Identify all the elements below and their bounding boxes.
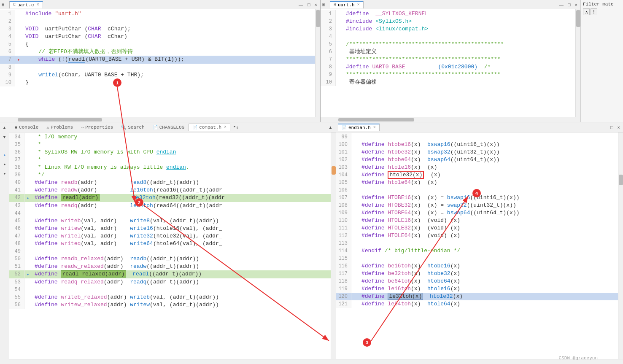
compat-line-36: 36 * SylixOS RW I/O memory is with CPU e… bbox=[9, 148, 336, 156]
right-editor-minimize-btn[interactable]: — bbox=[558, 2, 565, 7]
endian-close-btn[interactable]: × bbox=[616, 125, 621, 130]
tab-uart-c-close[interactable]: × bbox=[37, 3, 39, 7]
compat-line-41: 41 #define readw(addr) le16toh(read16((a… bbox=[9, 186, 336, 194]
code-line-2: 2 bbox=[0, 18, 320, 25]
endian-minimize-btn[interactable]: — bbox=[600, 125, 607, 130]
tab-search[interactable]: 🔍 Search bbox=[117, 124, 148, 131]
tab-properties-label: Properties bbox=[85, 125, 113, 130]
left-sidebar: ▲ ▼ ⬥ ⬥ ⬥ bbox=[0, 122, 9, 364]
tab-console-icon: ▣ bbox=[15, 125, 17, 130]
compat-line-40: 40 #define readb(addr) read8((addr_t)(ad… bbox=[9, 179, 336, 186]
bottom-panel-up-btn[interactable]: ▲ bbox=[327, 125, 334, 130]
endian-line-102: 102 #define htobe64(x) bswap64((uint64_t… bbox=[336, 156, 623, 164]
sidebar-arrow-up[interactable]: ▲ bbox=[1, 124, 8, 132]
tab-problems-icon: ⚠ bbox=[46, 125, 49, 130]
tab-uart-c-label: uart.c bbox=[17, 3, 34, 8]
uart-h-line-7: 7 **************************************… bbox=[321, 56, 580, 63]
right-editor-scrollbar[interactable] bbox=[575, 9, 580, 117]
editor-close-btn[interactable]: × bbox=[313, 2, 318, 7]
endian-line-107: 107 #define HTOBE16(x) (x) = bswap16((ui… bbox=[336, 194, 623, 202]
watermark: CSDN @graceyun bbox=[559, 356, 598, 361]
endian-line-121: 121 #define le64toh(x) htole64(x) bbox=[336, 300, 623, 308]
tab-endian-h-icon: 📄 bbox=[342, 125, 347, 130]
endian-line-101: 101 #define htobe32(x) bswap32((uint32_t… bbox=[336, 148, 623, 156]
filter-panel: Filter matc ∧ ! bbox=[581, 0, 623, 122]
compat-line-37: 37 * bbox=[9, 156, 336, 164]
compat-line-43: 43 #define readq(addr) le64toh(read64((a… bbox=[9, 202, 336, 210]
tab-search-icon: 🔍 bbox=[121, 125, 126, 130]
tab-compat-h-close[interactable]: × bbox=[224, 125, 227, 129]
endian-scrollbar[interactable] bbox=[618, 132, 623, 359]
compat-scrollbar[interactable] bbox=[331, 132, 336, 359]
tab-right-gutter: ▣ bbox=[322, 2, 329, 7]
endian-line-120: 120 #define le32toh(x) htole32(x) bbox=[336, 293, 623, 300]
endian-line-111: 111 #define HTOLE32(x) (void) (x) bbox=[336, 224, 623, 232]
right-editor-close-btn[interactable]: × bbox=[574, 2, 579, 7]
tab-problems[interactable]: ⚠ Problems bbox=[43, 124, 77, 131]
compat-line-46: 46 #define writew(val, addr) write16(hto… bbox=[9, 225, 336, 232]
uart-h-line-8: 8 #define UART0_BASE (0x01c28000) /* bbox=[321, 63, 580, 71]
tab-uart-h-close[interactable]: × bbox=[357, 3, 360, 7]
endian-line-108: 108 #define HTOBE32(x) (x) = swap32((uin… bbox=[336, 202, 623, 209]
tab-endian-h-close[interactable]: × bbox=[373, 125, 376, 130]
code-line-9: 9 writel(cChar, UART0_BASE + THR); bbox=[0, 71, 320, 79]
left-editor-hscrollbar[interactable] bbox=[0, 117, 320, 122]
tab-uart-c-icon: C bbox=[13, 3, 16, 7]
endian-line-109: 109 #define HTOBE64(x) (x) = bswap64((ui… bbox=[336, 209, 623, 217]
tab-properties[interactable]: ▭ Properties bbox=[77, 124, 117, 131]
endian-line-113: 113 bbox=[336, 240, 623, 247]
code-line-6: 6 // 若FIFO不满就填入数据，否则等待 bbox=[0, 48, 320, 56]
endian-maximize-btn[interactable]: □ bbox=[609, 125, 615, 130]
uart-h-line-5: 5 /*************************************… bbox=[321, 40, 580, 48]
tab-uart-h-icon: H bbox=[334, 3, 336, 7]
tab-search-label: Search bbox=[128, 125, 145, 130]
compat-line-55: 55 #define writeb_relaxed(addr) writeb(v… bbox=[9, 294, 336, 301]
compat-line-54: 54 bbox=[9, 286, 336, 294]
uart-c-code-area[interactable]: 1 #include "uart.h" 2 3 VOID uart bbox=[0, 9, 320, 117]
tab-uart-h-label: uart.h bbox=[338, 3, 355, 8]
tab-endian-h[interactable]: 📄 endian.h × bbox=[338, 124, 380, 131]
compat-line-47: 47 #define writel(val, addr) write32(hto… bbox=[9, 232, 336, 240]
sidebar-arrow-down[interactable]: ▼ bbox=[1, 133, 8, 141]
filter-label: Filter matc bbox=[583, 2, 621, 7]
left-editor-scrollbar[interactable] bbox=[315, 9, 320, 117]
right-editor-maximize-btn[interactable]: □ bbox=[566, 2, 572, 7]
endian-line-116: 116 #define be16toh(x) htobe16(x) bbox=[336, 262, 623, 270]
uart-h-line-3: 3 #include <linux/compat.h> bbox=[321, 25, 580, 33]
tab-uart-c[interactable]: C uart.c × bbox=[9, 1, 43, 8]
code-line-8: 8 bbox=[0, 64, 320, 71]
compat-line-53: 53 #define readq_relaxed(addr) readq((ad… bbox=[9, 278, 336, 286]
code-line-5: 5 { bbox=[0, 40, 320, 48]
endian-line-104: 104 #define htole32(x) (x) bbox=[336, 171, 623, 179]
compat-line-56: 56 #define writew_relaxed(addr) writew(v… bbox=[9, 301, 336, 309]
endian-line-103: 103 #define htole16(x) (x) bbox=[336, 164, 623, 171]
compat-h-code-area[interactable]: 34 * I/O memory 35 * 36 * SylixOS RW I/O… bbox=[9, 132, 336, 359]
editor-maximize-btn[interactable]: □ bbox=[306, 2, 312, 7]
tab-overflow[interactable]: ▸1 bbox=[231, 123, 241, 131]
right-editor-hscrollbar[interactable] bbox=[321, 117, 580, 122]
filter-up-btn[interactable]: ∧ bbox=[583, 8, 590, 15]
tab-changelog[interactable]: 📄 CHANGELOG bbox=[149, 124, 188, 131]
compat-line-50: 50 #define readb_relaxed(addr) readb((ad… bbox=[9, 255, 336, 263]
sidebar-item-1[interactable]: ⬥ bbox=[1, 151, 8, 159]
tab-uart-h[interactable]: H uart.h × bbox=[330, 1, 364, 8]
compat-line-44: 44 bbox=[9, 210, 336, 217]
uart-h-line-2: 2 #include <SylixOS.h> bbox=[321, 18, 580, 25]
endian-h-code-area[interactable]: 99 100 #define htobe16(x) bswap16((uint1… bbox=[336, 132, 623, 359]
compat-line-39: 39 */ bbox=[9, 171, 336, 179]
editor-minimize-btn[interactable]: — bbox=[297, 2, 305, 7]
tab-console[interactable]: ▣ Console bbox=[11, 124, 42, 131]
endian-line-99: 99 bbox=[336, 133, 623, 141]
compat-line-45: 45 #define writeb(val, addr) write8(val,… bbox=[9, 217, 336, 225]
tab-endian-h-label: endian.h bbox=[348, 125, 371, 130]
endian-line-115: 115 bbox=[336, 255, 623, 262]
uart-h-code-area[interactable]: 1 #define __SYLIXOS_KERNEL 2 #include <S… bbox=[321, 9, 580, 117]
compat-hscrollbar[interactable] bbox=[9, 359, 336, 364]
tab-properties-icon: ▭ bbox=[81, 125, 84, 130]
tab-compat-h[interactable]: 📄 compat.h × bbox=[189, 124, 230, 131]
tab-compat-h-icon: 📄 bbox=[192, 125, 197, 130]
sidebar-item-3[interactable]: ⬥ bbox=[1, 170, 8, 177]
filter-down-btn[interactable]: ! bbox=[591, 8, 597, 15]
sidebar-item-2[interactable]: ⬥ bbox=[1, 160, 8, 168]
uart-h-line-9: 9 **************************************… bbox=[321, 71, 580, 78]
